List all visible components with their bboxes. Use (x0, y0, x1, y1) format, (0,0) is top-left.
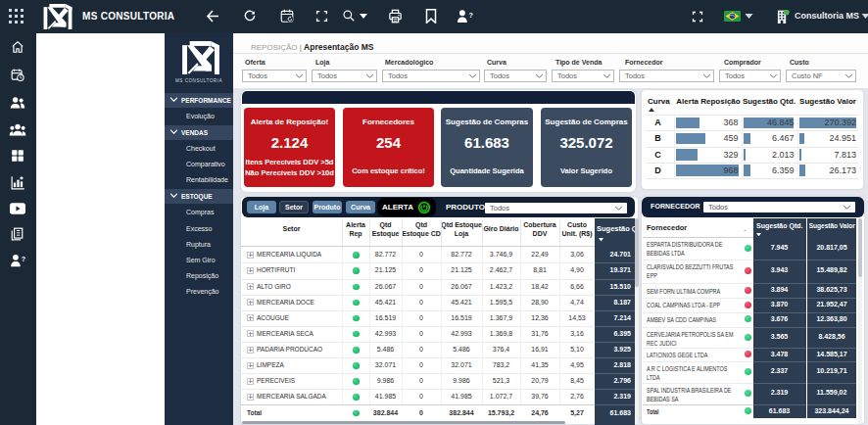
svg-text:?: ? (22, 256, 25, 262)
svg-text:?: ? (468, 11, 472, 20)
